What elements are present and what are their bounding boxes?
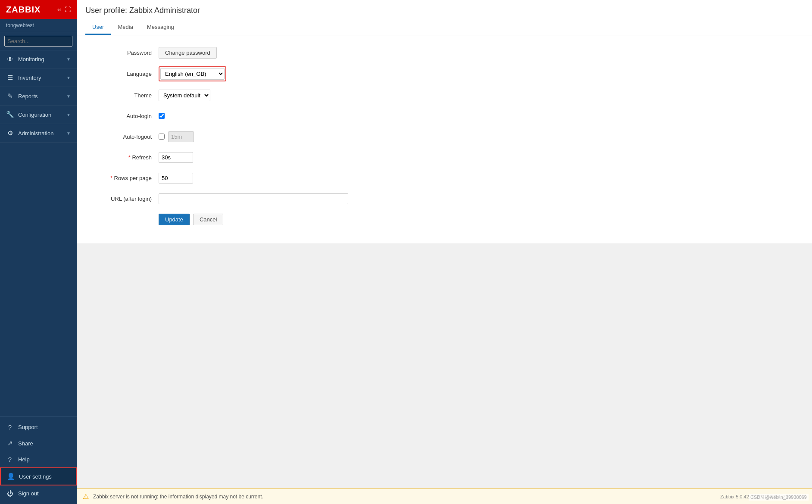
monitoring-icon: 👁: [6, 56, 14, 63]
sidebar-search-wrapper: [0, 32, 77, 50]
sidebar-item-label: Administration: [18, 130, 62, 137]
configuration-icon: 🔧: [6, 111, 14, 118]
support-icon: ?: [6, 423, 14, 431]
page-title: User profile: Zabbix Administrator: [85, 6, 803, 15]
sidebar-bottom: ? Support ↗ Share ? Help 👤 User settings…: [0, 416, 77, 504]
url-label: URL (after login): [90, 196, 159, 202]
collapse-icon[interactable]: ‹‹: [57, 6, 61, 13]
sidebar-item-share[interactable]: ↗ Share: [0, 435, 77, 451]
content-area: [77, 243, 812, 504]
watermark: CSDN @weixin_39938069: [749, 494, 809, 501]
sidebar: ZABBIX ‹‹ ⛶ tongwebtest 👁 Monitoring ▼ ☰…: [0, 0, 77, 504]
autologin-checkbox[interactable]: [159, 113, 165, 119]
autologout-label: Auto-logout: [90, 134, 159, 140]
sidebar-item-support[interactable]: ? Support: [0, 419, 77, 435]
url-row: URL (after login): [90, 192, 799, 205]
sidebar-item-sign-out[interactable]: ⏻ Sign out: [0, 485, 77, 501]
tab-messaging[interactable]: Messaging: [140, 20, 181, 35]
sidebar-item-user-settings[interactable]: 👤 User settings: [0, 467, 77, 485]
help-icon: ?: [6, 456, 14, 463]
theme-select[interactable]: System default Blue Dark High-contrast: [159, 90, 210, 101]
sign-out-icon: ⏻: [6, 490, 14, 497]
url-control: [159, 193, 348, 204]
language-control: English (en_GB) Chinese (zh_CN) Czech (c…: [159, 66, 226, 81]
sidebar-item-label: Reports: [18, 93, 62, 100]
sidebar-item-inventory[interactable]: ☰ Inventory ▼: [0, 68, 77, 87]
sidebar-item-label: User settings: [19, 473, 52, 480]
rows-per-page-control: [159, 173, 193, 184]
rows-per-page-input[interactable]: [159, 173, 193, 184]
chevron-down-icon: ▼: [66, 75, 71, 80]
sidebar-nav: 👁 Monitoring ▼ ☰ Inventory ▼ ✎ Reports ▼…: [0, 50, 77, 416]
autologout-row: Auto-logout: [90, 130, 799, 143]
rows-per-page-row: Rows per page: [90, 171, 799, 185]
language-row: Language English (en_GB) Chinese (zh_CN)…: [90, 66, 799, 81]
expand-icon[interactable]: ⛶: [65, 6, 71, 13]
language-select-wrapper: English (en_GB) Chinese (zh_CN) Czech (c…: [159, 66, 226, 81]
sidebar-item-label: Support: [18, 424, 38, 430]
sidebar-item-help[interactable]: ? Help: [0, 451, 77, 467]
sidebar-item-label: Inventory: [18, 75, 62, 81]
update-button[interactable]: Update: [159, 214, 190, 225]
share-icon: ↗: [6, 439, 14, 447]
status-bar: ⚠ Zabbix server is not running: the info…: [77, 488, 812, 504]
search-input[interactable]: [4, 36, 72, 47]
theme-row: Theme System default Blue Dark High-cont…: [90, 88, 799, 102]
tab-user[interactable]: User: [85, 20, 111, 35]
refresh-row: Refresh: [90, 150, 799, 164]
language-select[interactable]: English (en_GB) Chinese (zh_CN) Czech (c…: [160, 68, 225, 80]
chevron-down-icon: ▼: [66, 94, 71, 99]
refresh-input[interactable]: [159, 152, 193, 163]
tabs: User Media Messaging: [85, 20, 803, 35]
sidebar-item-configuration[interactable]: 🔧 Configuration ▼: [0, 106, 77, 124]
password-control: Change password: [159, 47, 217, 59]
chevron-down-icon: ▼: [66, 131, 71, 136]
autologin-control: [159, 113, 165, 119]
sidebar-item-reports[interactable]: ✎ Reports ▼: [0, 87, 77, 106]
reports-icon: ✎: [6, 92, 14, 100]
warning-icon: ⚠: [83, 492, 89, 501]
sidebar-username: tongwebtest: [0, 19, 77, 32]
main-content: User profile: Zabbix Administrator User …: [77, 0, 812, 504]
refresh-label: Refresh: [90, 154, 159, 161]
logo-text: ZABBIX: [6, 5, 41, 15]
url-input[interactable]: [159, 193, 348, 204]
sidebar-item-label: Sign out: [18, 490, 39, 497]
autologin-row: Auto-login: [90, 109, 799, 123]
chevron-down-icon: ▼: [66, 57, 71, 62]
status-message: Zabbix server is not running: the inform…: [93, 494, 263, 500]
autologout-value-input[interactable]: [168, 131, 194, 142]
user-settings-icon: 👤: [7, 473, 15, 480]
sidebar-item-monitoring[interactable]: 👁 Monitoring ▼: [0, 50, 77, 68]
rows-per-page-label: Rows per page: [90, 175, 159, 181]
form-buttons-control: Update Cancel: [159, 214, 223, 225]
theme-control: System default Blue Dark High-contrast: [159, 90, 210, 101]
tab-media[interactable]: Media: [111, 20, 140, 35]
logo-area: ZABBIX ‹‹ ⛶: [0, 0, 77, 19]
administration-icon: ⚙: [6, 129, 14, 137]
password-row: Password Change password: [90, 46, 799, 59]
form-buttons-row: Update Cancel: [90, 212, 799, 226]
theme-label: Theme: [90, 92, 159, 99]
sidebar-item-label: Share: [18, 440, 33, 447]
change-password-button[interactable]: Change password: [159, 47, 217, 59]
language-label: Language: [90, 71, 159, 77]
autologout-checkbox[interactable]: [159, 134, 165, 140]
logo-controls: ‹‹ ⛶: [57, 6, 71, 13]
autologin-label: Auto-login: [90, 113, 159, 119]
page-header: User profile: Zabbix Administrator User …: [77, 0, 812, 35]
refresh-control: [159, 152, 193, 163]
autologout-control: [159, 131, 194, 142]
sidebar-item-label: Monitoring: [18, 56, 62, 62]
sidebar-item-administration[interactable]: ⚙ Administration ▼: [0, 124, 77, 143]
sidebar-item-label: Configuration: [18, 112, 62, 118]
chevron-down-icon: ▼: [66, 112, 71, 117]
inventory-icon: ☰: [6, 74, 14, 81]
cancel-button[interactable]: Cancel: [193, 214, 223, 225]
form-area: Password Change password Language Englis…: [77, 35, 812, 243]
sidebar-item-label: Help: [18, 456, 30, 463]
password-label: Password: [90, 50, 159, 56]
